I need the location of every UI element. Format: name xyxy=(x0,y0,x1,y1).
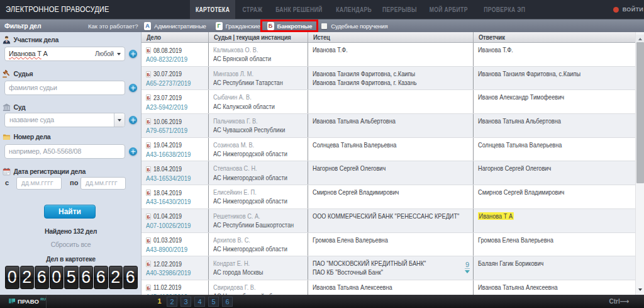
bankruptcy-case-icon: Б xyxy=(146,190,151,196)
plaintiff-cell: ООО КОММЕРЧЕСКИЙ БАНК "РЕНЕССАНС КРЕДИТ" xyxy=(308,209,474,232)
add-participant-button[interactable] xyxy=(129,50,137,58)
page-button-5[interactable]: 5 xyxy=(208,297,219,307)
judge-name: Сыбачин А. В. xyxy=(213,93,286,101)
court-select[interactable]: название суда xyxy=(4,113,125,127)
case-cell: Б18.04.2019А43-16430/2019 xyxy=(142,185,209,208)
bankruptcy-case-icon: Б xyxy=(146,118,151,125)
court-name: АС Нижегородской области xyxy=(213,197,286,205)
page-button-3[interactable]: 3 xyxy=(180,297,191,307)
judge-name: Свиридова Г. В. xyxy=(213,283,286,292)
search-button[interactable]: Найти xyxy=(44,205,96,219)
court-name: АС Нижегородской области xyxy=(213,244,286,253)
page-button-2[interactable]: 2 xyxy=(167,297,177,307)
nav-tab-картотека[interactable]: КАРТОТЕКА xyxy=(190,0,235,19)
nav-tab-банк-решений[interactable]: БАНК РЕШЕНИЙ xyxy=(269,0,328,19)
nav-tab-календарь[interactable]: КАЛЕНДАРЬ xyxy=(328,0,380,19)
court-name: АС Республики Татарстан xyxy=(213,78,286,87)
case-number-link[interactable]: А09-8232/2019 xyxy=(146,55,200,64)
page-button-4[interactable]: 4 xyxy=(194,297,205,307)
date-from-label: с xyxy=(5,179,9,186)
participant-field: Участник дела xyxy=(0,35,142,44)
participant-value: Иванова Т xyxy=(9,50,42,57)
category-tab-банкротные[interactable]: ББанкротные xyxy=(265,20,318,33)
case-number-link[interactable]: А43-16430/2019 xyxy=(146,197,200,206)
case-number-link[interactable]: А40-32986/2019 xyxy=(146,268,200,277)
case-number-link[interactable]: А43-16534/2019 xyxy=(146,174,200,183)
counter-digit: 2 xyxy=(109,266,123,289)
plaintiff-cell: Смирнов Сергей Владимирович xyxy=(308,185,474,208)
category-tab-административные[interactable]: ААдминистративные xyxy=(142,20,211,33)
court-select-button[interactable] xyxy=(114,113,125,127)
reset-all-link[interactable]: Сбросить все xyxy=(0,241,142,248)
case-date: 12.02.2019 xyxy=(153,261,182,268)
scrollbar-thumb[interactable] xyxy=(636,42,644,183)
case-cell: Б01.04.2019А07-10026/2019 xyxy=(142,209,209,232)
plaintiff-cell: Иванова Татьяна Алексеевна xyxy=(308,280,474,295)
plaintiff-name: ПАО КБ "Восточный Банк" xyxy=(313,268,438,277)
expand-parties-button[interactable]: 9 xyxy=(465,261,470,273)
scroll-down-button[interactable] xyxy=(636,285,644,294)
case-number-link[interactable]: А23-5942/2019 xyxy=(146,103,200,111)
nav-tab-label: БАНК РЕШЕНИЙ xyxy=(275,6,322,13)
counter-label: Дел в картотеке xyxy=(0,255,142,263)
counter-digit: 6 xyxy=(35,266,49,289)
case-cell: Б12.02.2019А40-32986/2019 xyxy=(142,256,209,280)
defendant-name: Иванова Татьяна Альбертовна xyxy=(478,117,601,125)
judge-name: Архипов В. С. xyxy=(213,236,286,244)
participant-input[interactable]: Иванова Т А Любой xyxy=(4,47,125,61)
participant-label: Участник дела xyxy=(14,36,59,43)
column-header-2: Истец xyxy=(308,32,474,42)
pravo-logo[interactable]: ПРАВО RU xyxy=(9,295,46,308)
category-tab-гражданские[interactable]: ГГражданские xyxy=(211,20,265,33)
case-number-field: Номер дела xyxy=(0,132,142,141)
defendant-name: Громова Елена Валерьевна xyxy=(478,236,601,244)
main-nav: КАРТОТЕКАСТРАЖБАНК РЕШЕНИЙКАЛЕНДАРЬПЕРЕР… xyxy=(0,0,644,19)
nav-tab-перерывы[interactable]: ПЕРЕРЫВЫ xyxy=(380,0,419,19)
cases-table: ДелоСудья | текущая инстанцияИстецОтветч… xyxy=(142,32,644,295)
column-header-label: Дело xyxy=(147,32,161,42)
nav-tab-проверка-эп[interactable]: ПРОВЕРКА ЭП xyxy=(478,0,531,19)
category-tab-судебные-поручения[interactable]: Судебные поручения xyxy=(317,20,392,33)
category-tab-label: Гражданские xyxy=(226,23,260,30)
add-court-button[interactable] xyxy=(129,116,137,124)
table-header: ДелоСудья | текущая инстанцияИстецОтветч… xyxy=(142,32,635,43)
counter-digit: 6 xyxy=(123,266,138,289)
how-it-works-link[interactable]: Как это работает? xyxy=(88,20,138,33)
plaintiff-name: Иванова Танзиля Фаритовна, г. Казань xyxy=(313,78,438,87)
footer-divider xyxy=(46,295,47,308)
court-field: Суд xyxy=(0,103,142,111)
login-button[interactable]: ВОЙТИ xyxy=(613,0,643,19)
date-to-input[interactable]: ДД.ММ.ГГГГ xyxy=(80,177,126,190)
case-number-placeholder: например, А50-5568/08 xyxy=(9,147,81,155)
judge-input[interactable]: фамилия судьи xyxy=(4,81,125,95)
case-number-link[interactable]: А07-10026/2019 xyxy=(146,221,200,230)
add-judge-button[interactable] xyxy=(129,84,137,92)
column-header-0: Дело xyxy=(142,32,209,42)
case-number-link[interactable]: А43-16638/2019 xyxy=(146,150,200,159)
defendant-cell: Иванова Т.Ф. xyxy=(474,43,635,66)
case-number-link[interactable]: А79-6571/2019 xyxy=(146,126,200,135)
nav-tab-страж[interactable]: СТРАЖ xyxy=(235,0,269,19)
column-header-label: Судья | текущая инстанция xyxy=(214,32,291,42)
page-button-6[interactable]: 6 xyxy=(222,297,233,307)
bankruptcy-case-icon: Б xyxy=(146,71,151,77)
nav-tab-мой-арбитр[interactable]: МОЙ АРБИТР xyxy=(419,0,478,19)
participant-role-dropdown[interactable]: Любой xyxy=(95,47,121,60)
case-number-input[interactable]: например, А50-5568/08 xyxy=(4,144,125,159)
pravo-logo-icon xyxy=(9,299,15,305)
case-cell: Б11.02.2019А45-4130/2019 xyxy=(142,280,209,295)
case-number-link[interactable]: А65-22737/2019 xyxy=(146,79,200,88)
add-case-number-button[interactable] xyxy=(129,147,137,156)
judge-cell: Созинова М. В.АС Нижегородской области xyxy=(209,138,308,161)
table-row: Б18.04.2019А43-16430/2019Елисейкин Е. П.… xyxy=(142,185,635,209)
table-row: Б08.08.2019А09-8232/2019Калмыкова О. В.А… xyxy=(142,43,635,67)
case-number-link[interactable]: А43-8900/2019 xyxy=(146,245,200,254)
court-name: АС Нижегородской области xyxy=(213,149,286,158)
page-button-1[interactable]: 1 xyxy=(155,297,164,307)
date-from-input[interactable]: ДД.ММ.ГГГГ xyxy=(16,177,62,190)
defendant-cell: Иванова Танзиля Фаритовна, с.Каипы xyxy=(474,67,635,90)
table-scrollbar[interactable] xyxy=(635,32,644,295)
plaintiff-cell: Громова Елена Валерьевна xyxy=(308,233,474,256)
reg-date-field: Дата регистрации дела xyxy=(0,167,142,176)
table-row: Б01.04.2019А07-10026/2019Решетников С. А… xyxy=(142,209,635,233)
